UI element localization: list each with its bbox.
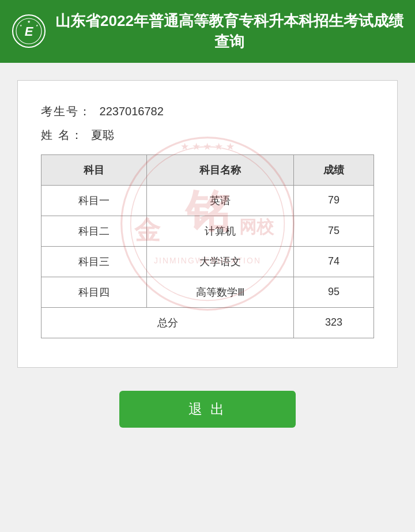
subject-code-cell: 科目三 bbox=[42, 246, 147, 277]
total-label: 总分 bbox=[42, 307, 294, 338]
student-name-label: 姓 名： bbox=[41, 129, 84, 141]
subject-name-cell: 计算机 bbox=[146, 216, 294, 246]
student-id-value: 2237016782 bbox=[100, 105, 164, 118]
col-header-score: 成绩 bbox=[294, 154, 374, 185]
total-score: 323 bbox=[294, 307, 374, 338]
result-card: ★ ★ ★ ★ ★ 铭 JINMINGWEBUCATION 金 网校 考生号： … bbox=[17, 80, 398, 368]
student-name-row: 姓 名： 夏聪 bbox=[41, 127, 374, 143]
col-header-subject-name: 科目名称 bbox=[146, 154, 294, 185]
student-id-row: 考生号： 2237016782 bbox=[41, 104, 374, 119]
score-cell: 79 bbox=[294, 185, 374, 216]
student-id-label: 考生号： bbox=[41, 105, 92, 118]
subject-name-cell: 大学语文 bbox=[146, 246, 294, 277]
subject-code-cell: 科目一 bbox=[42, 185, 147, 216]
subject-code-cell: 科目四 bbox=[42, 277, 147, 307]
col-header-subject-code: 科目 bbox=[42, 154, 147, 185]
subject-code-cell: 科目二 bbox=[42, 216, 147, 246]
score-cell: 75 bbox=[294, 216, 374, 246]
score-cell: 95 bbox=[294, 277, 374, 307]
logo-icon: ★ ★ ★ E bbox=[12, 14, 46, 48]
svg-text:★: ★ bbox=[36, 24, 39, 27]
table-row: 总分323 bbox=[42, 307, 374, 338]
table-row: 科目四高等数学Ⅲ95 bbox=[42, 277, 374, 307]
table-header-row: 科目 科目名称 成绩 bbox=[42, 154, 374, 185]
table-row: 科目二计算机75 bbox=[42, 216, 374, 246]
score-cell: 74 bbox=[294, 246, 374, 277]
table-row: 科目三大学语文74 bbox=[42, 246, 374, 277]
svg-text:E: E bbox=[25, 24, 34, 39]
page-header: ★ ★ ★ E 山东省2022年普通高等教育专科升本科招生考试成绩查询 bbox=[0, 0, 415, 63]
button-area: 退 出 bbox=[17, 391, 398, 428]
table-row: 科目一英语79 bbox=[42, 185, 374, 216]
exit-button[interactable]: 退 出 bbox=[119, 391, 296, 428]
svg-text:★: ★ bbox=[27, 20, 31, 24]
score-table: 科目 科目名称 成绩 科目一英语79科目二计算机75科目三大学语文74科目四高等… bbox=[41, 154, 374, 338]
svg-text:★ ★ ★ ★ ★: ★ ★ ★ ★ ★ bbox=[180, 141, 235, 152]
student-name-value: 夏聪 bbox=[91, 129, 114, 141]
page-title: 山东省2022年普通高等教育专科升本科招生考试成绩查询 bbox=[55, 10, 403, 52]
subject-name-cell: 英语 bbox=[146, 185, 294, 216]
subject-name-cell: 高等数学Ⅲ bbox=[146, 277, 294, 307]
svg-text:★: ★ bbox=[20, 24, 22, 27]
